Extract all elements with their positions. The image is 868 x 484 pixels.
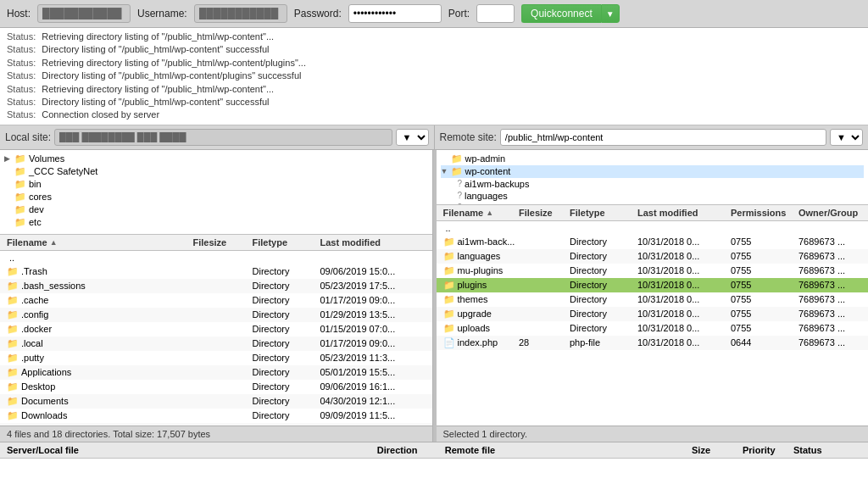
username-input[interactable]: [194, 4, 287, 23]
status-line-4: Status: Directory listing of "/public_ht…: [7, 70, 861, 82]
owner: 7689673 ...: [796, 250, 864, 262]
table-row[interactable]: 📁 mu-plugins Directory 10/31/2018 0... 0…: [437, 264, 869, 278]
local-file-list[interactable]: .. 📁 .Trash Directory 09/06/2019 15:0...…: [0, 251, 432, 426]
table-row[interactable]: 📁 .local Directory 01/17/2019 09:0...: [0, 337, 432, 351]
folder-icon-wp-admin: 📁: [451, 153, 463, 164]
tree-label-ccc: _CCC SafetyNet: [29, 166, 97, 176]
local-col-modified[interactable]: Last modified: [318, 236, 428, 248]
file-icon: 📁: [443, 294, 455, 305]
remote-col-filetype[interactable]: Filetype: [567, 207, 635, 219]
table-row[interactable]: 📁 .docker Directory 01/15/2019 07:0...: [0, 322, 432, 337]
filetype: Directory: [567, 308, 635, 320]
table-row[interactable]: ..: [437, 221, 869, 235]
table-row[interactable]: 📁 themes Directory 10/31/2018 0... 0755 …: [437, 292, 869, 307]
table-row[interactable]: 📁 .Trash Directory 09/06/2019 15:0...: [0, 264, 432, 279]
tree-item-etc[interactable]: 📁 etc: [4, 216, 428, 229]
local-col-filename[interactable]: Filename ▲: [4, 236, 191, 248]
tree-item-cores[interactable]: 📁 cores: [4, 191, 428, 203]
modified: 10/31/2018 0...: [635, 308, 728, 320]
local-site-input[interactable]: [54, 129, 392, 146]
tree-label-bin: bin: [29, 179, 42, 189]
filetype: Directory: [250, 323, 318, 335]
table-row[interactable]: 📁 uploads Directory 10/31/2018 0... 0755…: [437, 321, 869, 336]
remote-site-dropdown[interactable]: ▼: [830, 129, 863, 146]
port-label: Port:: [448, 8, 470, 19]
modified: 09/09/2019 11:5...: [318, 409, 428, 421]
folder-icon-ccc: 📁: [14, 166, 26, 177]
remote-col-filename[interactable]: Filename ▲: [441, 207, 517, 219]
remote-col-filename-label: Filename: [443, 208, 484, 218]
filesize: [191, 414, 250, 416]
table-row[interactable]: 📁 plugins Directory 10/31/2018 0... 0755…: [437, 278, 869, 292]
table-row[interactable]: 📁 ai1wm-back... Directory 10/31/2018 0..…: [437, 235, 869, 249]
table-row[interactable]: 📁 .putty Directory 05/23/2019 11:3...: [0, 351, 432, 365]
filesize: [516, 284, 567, 286]
remote-col-modified[interactable]: Last modified: [635, 207, 728, 219]
tree-item-ai1wm[interactable]: ? ai1wm-backups: [441, 178, 865, 190]
tree-item-bin[interactable]: 📁 bin: [4, 178, 428, 191]
table-row[interactable]: 📁 .bash_sessions Directory 05/23/2019 17…: [0, 279, 432, 293]
filename: languages: [458, 251, 501, 261]
remote-col-perms[interactable]: Permissions: [728, 207, 796, 219]
filetype: Directory: [250, 381, 318, 392]
table-row[interactable]: 📁 Downloads Directory 09/09/2019 11:5...: [0, 409, 432, 423]
folder-icon-etc: 📁: [14, 217, 26, 228]
remote-site-input[interactable]: [500, 129, 826, 146]
tree-item-wp-admin[interactable]: 📁 wp-admin: [441, 153, 865, 165]
status-text-6: Directory listing of "/public_html/wp-co…: [42, 97, 269, 107]
host-input[interactable]: [37, 4, 131, 23]
status-label-3: Status:: [7, 58, 36, 68]
status-label-7: Status:: [7, 109, 36, 120]
remote-tree[interactable]: 📁 wp-admin ▼ 📁 wp-content ? ai1wm-backup…: [437, 150, 869, 205]
table-row[interactable]: 📁 upgrade Directory 10/31/2018 0... 0755…: [437, 307, 869, 321]
tree-item-languages[interactable]: ? languages: [441, 190, 865, 202]
table-row[interactable]: 📁 Documents Directory 04/30/2019 12:1...: [0, 394, 432, 409]
table-row[interactable]: 📄 index.php 28 php-file 10/31/2018 0... …: [437, 336, 869, 350]
local-col-filetype-label: Filetype: [253, 237, 288, 248]
local-site-dropdown[interactable]: ▼: [396, 129, 429, 146]
local-tree[interactable]: ▶ 📁 Volumes 📁 _CCC SafetyNet 📁 bin 📁 cor…: [0, 150, 432, 235]
tree-label-cores: cores: [29, 192, 52, 202]
table-row[interactable]: 📁 Applications Directory 05/01/2019 15:5…: [0, 365, 432, 380]
local-panel: ▶ 📁 Volumes 📁 _CCC SafetyNet 📁 bin 📁 cor…: [0, 150, 433, 442]
table-row[interactable]: 📁 .config Directory 01/29/2019 13:5...: [0, 308, 432, 322]
tree-item-dev[interactable]: 📁 dev: [4, 203, 428, 216]
filesize: [516, 298, 567, 300]
remote-col-filename-sort: ▲: [486, 209, 493, 217]
tree-label-languages: languages: [465, 191, 508, 201]
port-input[interactable]: [476, 4, 515, 23]
remote-col-filesize[interactable]: Filesize: [516, 207, 567, 219]
local-site-label: Local site:: [5, 131, 51, 143]
local-col-filesize[interactable]: Filesize: [191, 236, 250, 248]
remote-col-owner[interactable]: Owner/Group: [796, 207, 864, 219]
status-text-4: Directory listing of "/public_html/wp-co…: [42, 70, 301, 81]
quickconnect-dropdown-button[interactable]: ▼: [601, 4, 620, 23]
tree-label-wp-admin: wp-admin: [465, 153, 506, 164]
local-col-filetype[interactable]: Filetype: [250, 236, 318, 248]
filetype: Directory: [567, 236, 635, 248]
filename: upgrade: [458, 309, 492, 319]
queue-col-remote: Remote file: [445, 445, 692, 455]
table-row[interactable]: 📁 languages Directory 10/31/2018 0... 07…: [437, 249, 869, 264]
modified: 10/31/2018 0...: [635, 293, 728, 305]
tree-label-wp-content: wp-content: [465, 166, 511, 176]
filetype: Directory: [250, 280, 318, 292]
filesize: [516, 313, 567, 314]
remote-file-list[interactable]: .. 📁 ai1wm-back... Directory 10/31/2018 …: [437, 221, 869, 426]
modified: 10/31/2018 0...: [635, 236, 728, 248]
table-row[interactable]: 📁 Desktop Directory 09/06/2019 16:1...: [0, 380, 432, 394]
filesize: [191, 270, 250, 272]
quickconnect-button[interactable]: Quickconnect: [521, 4, 601, 23]
password-input[interactable]: [348, 4, 442, 23]
local-file-header: Filename ▲ Filesize Filetype Last modifi…: [0, 235, 432, 251]
filesize: [516, 327, 567, 329]
host-label: Host:: [7, 8, 31, 19]
table-row[interactable]: ..: [0, 251, 432, 264]
tree-item-wp-content[interactable]: ▼ 📁 wp-content: [441, 165, 865, 178]
tree-item-ccc[interactable]: 📁 _CCC SafetyNet: [4, 165, 428, 178]
tree-item-volumes[interactable]: ▶ 📁 Volumes: [4, 153, 428, 165]
local-col-modified-label: Last modified: [320, 237, 381, 248]
filesize: [191, 314, 250, 315]
table-row[interactable]: 📁 .cache Directory 01/17/2019 09:0...: [0, 293, 432, 308]
filename: .Trash: [21, 266, 47, 276]
